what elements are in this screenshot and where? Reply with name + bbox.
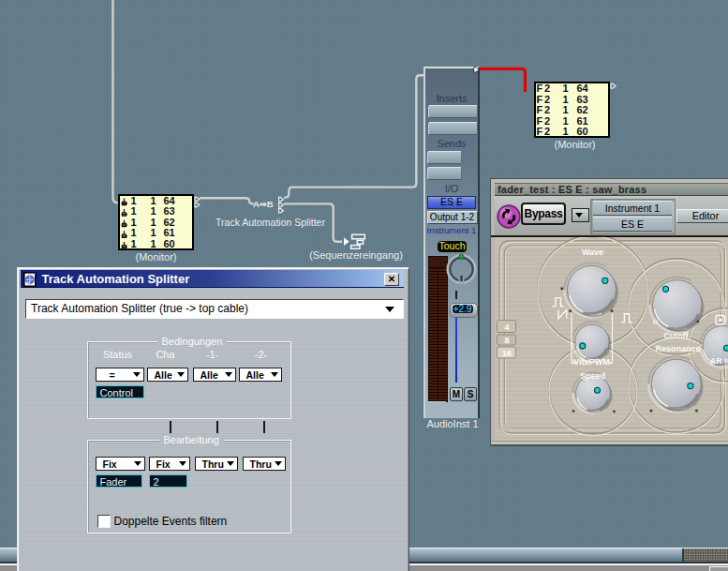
svg-text:Vib/PWM: Vib/PWM [573, 357, 609, 367]
svg-text:4: 4 [504, 323, 509, 332]
svg-text:Resonance: Resonance [655, 344, 700, 353]
svg-text:8: 8 [504, 336, 509, 345]
svg-text:Cutoff: Cutoff [663, 331, 689, 340]
svg-text:16: 16 [501, 349, 511, 358]
svg-text:Wave: Wave [581, 248, 602, 257]
svg-text:AR Int: AR Int [709, 356, 728, 366]
svg-text:Speed: Speed [579, 371, 604, 381]
